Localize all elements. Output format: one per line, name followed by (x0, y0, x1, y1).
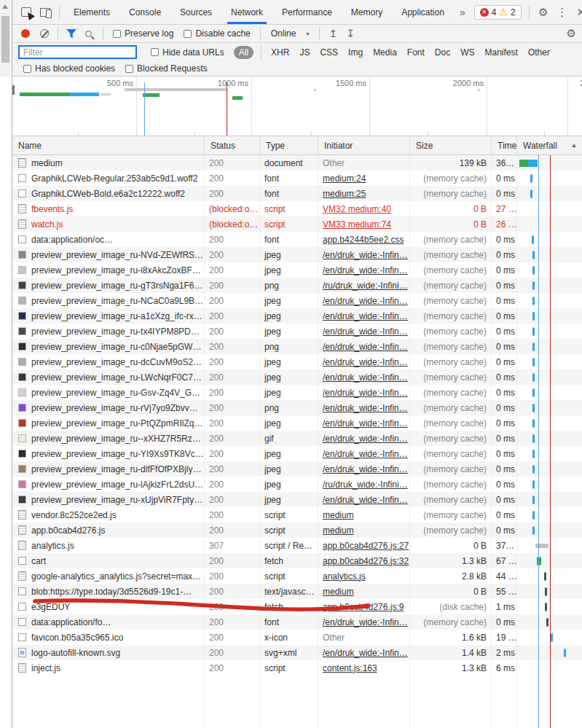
column-header-waterfall[interactable]: Waterfall▲ (517, 136, 582, 154)
table-row[interactable]: GraphikLCWeb-Regular.253ab5c9d1.woff2200… (12, 171, 582, 186)
tab-application[interactable]: Application (392, 0, 454, 24)
filter-input[interactable] (18, 45, 137, 59)
table-row[interactable]: google-analytics_analytics.js?secret=max… (12, 568, 582, 584)
table-row[interactable]: medium200documentOther139 kB36… (12, 155, 582, 171)
filter-type-font[interactable]: Font (402, 47, 430, 58)
request-initiator[interactable]: /en/druk_wide:-Infin… (323, 418, 408, 428)
column-header-type[interactable]: Type (260, 136, 318, 154)
table-row[interactable]: preview_preview_image_ru-YI9Xs9TK8Vc…200… (12, 446, 582, 461)
table-row[interactable]: preview_preview_image_ru-gT3rsNga1F6…200… (12, 278, 582, 293)
table-row[interactable]: preview_preview_image_ru-NCaC0a9L9B…200j… (12, 293, 582, 308)
table-row[interactable]: data:application/fo…200font/en/druk_wide… (12, 614, 582, 630)
table-row[interactable]: fbevents.js(blocked:o…scriptVM32 medium:… (12, 201, 582, 216)
request-initiator[interactable]: /ru/druk_wide:-Infini… (323, 480, 408, 490)
search-icon[interactable] (85, 31, 92, 37)
table-row[interactable]: preview_preview_image_ru-LWcNqrF0C7…200j… (12, 369, 582, 385)
table-row[interactable]: analytics.js307script / Re…app.b0cab4d27… (12, 538, 582, 553)
device-toolbar-icon[interactable] (36, 3, 55, 22)
filter-type-css[interactable]: CSS (315, 47, 343, 58)
table-row[interactable]: preview_preview_image_ru-PtQZpmRIlZq…200… (12, 415, 582, 431)
page-scrollbar[interactable] (0, 0, 11, 728)
request-initiator[interactable]: app.b0cab4d276.js:27 (323, 541, 409, 551)
table-row[interactable]: preview_preview_image_ru-dcCuvM9oS2…200j… (12, 354, 582, 369)
request-initiator[interactable]: /en/druk_wide:-Infin… (323, 495, 408, 505)
hide-data-urls-checkbox[interactable]: Hide data URLs (151, 47, 224, 58)
table-row[interactable]: GraphikLCWeb-Bold.e6a2c12222.woff2200fon… (12, 186, 582, 201)
request-initiator[interactable]: /en/druk_wide:-Infin… (323, 449, 408, 459)
request-initiator[interactable]: /en/druk_wide:-Infin… (323, 388, 408, 398)
export-har-icon[interactable]: ↧ (346, 28, 355, 39)
request-initiator[interactable]: analytics.js (323, 571, 366, 582)
request-initiator[interactable]: /en/druk_wide:-Infin… (323, 250, 408, 260)
table-row[interactable]: preview_preview_image_ru-i8xAkcZoxBF…200… (12, 262, 582, 278)
request-initiator[interactable]: /en/druk_wide:-Infin… (323, 311, 408, 321)
throttling-dropdown[interactable]: Online ▾ (271, 28, 310, 39)
overview-timeline[interactable]: 500 ms1000 ms1500 ms2000 ms2500 (12, 77, 582, 136)
request-initiator[interactable]: medium (323, 510, 354, 520)
table-row[interactable]: preview_preview_image_ru-xUjpViR7Fpty…20… (12, 492, 582, 507)
import-har-icon[interactable]: ↥ (329, 28, 337, 39)
inspect-element-icon[interactable] (17, 3, 36, 22)
table-row[interactable]: preview_preview_image_ru-Gsv-Zq4V_G…200j… (12, 385, 582, 400)
table-row[interactable]: preview_preview_image_ru-tx4IYPM8PD…200j… (12, 324, 582, 339)
tab-network[interactable]: Network (221, 0, 272, 24)
request-initiator[interactable]: /en/druk_wide:-Infin… (323, 434, 408, 444)
filter-type-manifest[interactable]: Manifest (480, 47, 523, 58)
tab-elements[interactable]: Elements (64, 0, 119, 24)
tab-console[interactable]: Console (119, 0, 170, 24)
table-row[interactable]: preview_preview_image_ru-rVj7yo9Zbvv…200… (12, 400, 582, 415)
column-header-name[interactable]: Name (12, 136, 205, 154)
table-row[interactable]: Dlogo-autofill-known.svg200svg+xml/en/dr… (12, 645, 582, 660)
request-initiator[interactable]: /en/druk_wide:-Infin… (323, 357, 408, 367)
column-header-initiator[interactable]: Initiator (318, 136, 410, 154)
request-initiator[interactable]: VM33 medium:74 (323, 219, 391, 230)
table-row[interactable]: app.b0cab4d276.js200scriptmedium(memory … (12, 522, 582, 538)
disable-cache-checkbox[interactable]: Disable cache (184, 28, 250, 39)
filter-funnel-icon[interactable] (66, 29, 76, 39)
table-row[interactable]: vendor.8c252ce2ed.js200scriptmedium(memo… (12, 507, 582, 522)
request-initiator[interactable]: medium:25 (323, 189, 366, 199)
network-settings-gear-icon[interactable]: ⚙ (567, 27, 576, 40)
table-row[interactable]: favicon.b05a35c965.ico200x-iconOther1.6 … (12, 630, 582, 645)
request-initiator[interactable]: medium:24 (323, 173, 366, 184)
request-initiator[interactable]: /en/druk_wide:-Infin… (323, 326, 408, 337)
has-blocked-cookies-checkbox[interactable]: Has blocked cookies (23, 63, 115, 74)
more-tabs-icon[interactable]: » (454, 7, 471, 18)
filter-type-all[interactable]: All (234, 46, 253, 59)
console-issues-badge[interactable]: ✕ 4 ⚠ 2 (474, 5, 522, 20)
column-header-status[interactable]: Status (205, 136, 260, 154)
table-row[interactable]: e3gEDUY200fetchapp.b0cab4d276.js:9(disk … (12, 599, 582, 614)
request-initiator[interactable]: content.js:163 (323, 663, 377, 673)
tab-memory[interactable]: Memory (342, 0, 392, 24)
request-initiator[interactable]: /en/druk_wide:-Infin… (323, 372, 408, 383)
kebab-menu-icon[interactable]: ⋮ (553, 3, 572, 22)
overview-handle[interactable] (12, 85, 15, 95)
blocked-requests-checkbox[interactable]: Blocked Requests (125, 63, 208, 74)
request-initiator[interactable]: VM32 medium:40 (323, 204, 391, 214)
table-row[interactable]: preview_preview_image_ru-dlfFfOfPXBjly…2… (12, 461, 582, 477)
tab-performance[interactable]: Performance (272, 0, 342, 24)
tab-sources[interactable]: Sources (170, 0, 221, 24)
request-initiator[interactable]: /en/druk_wide:-Infin… (323, 403, 408, 413)
settings-gear-icon[interactable]: ⚙ (534, 3, 553, 22)
filter-type-doc[interactable]: Doc (430, 47, 455, 58)
filter-type-media[interactable]: Media (368, 47, 402, 58)
table-row[interactable]: inject.js200scriptcontent.js:1631.3 kB6 … (12, 660, 582, 676)
request-initiator[interactable]: medium (323, 525, 354, 536)
table-row[interactable]: preview_preview_image_ru-a1cXzg_ifc-rx…2… (12, 308, 582, 324)
request-initiator[interactable]: /en/druk_wide:-Infin… (323, 342, 408, 352)
request-initiator[interactable]: /en/druk_wide:-Infin… (323, 648, 408, 658)
record-network-log-icon[interactable] (21, 29, 30, 38)
table-row[interactable]: blob:https://type.today/3d5526d9-19c1-…2… (12, 584, 582, 599)
table-row[interactable]: watch.js(blocked:o…scriptVM33 medium:740… (12, 216, 582, 232)
table-row[interactable]: preview_preview_image_ru-NVd-ZEWfRS…200j… (12, 247, 582, 262)
table-row[interactable]: preview_preview_image_ru-lAjkizFrL2dsU…2… (12, 477, 582, 492)
column-header-time[interactable]: Time (492, 136, 517, 154)
table-row[interactable]: preview_preview_image_ru-c0Njae5pGW…200p… (12, 339, 582, 354)
request-initiator[interactable]: /en/druk_wide:-Infin… (323, 464, 408, 474)
filter-type-xhr[interactable]: XHR (266, 47, 294, 58)
request-initiator[interactable]: medium (323, 587, 354, 597)
request-initiator[interactable]: app.b0cab4d276.js:32 (323, 556, 409, 566)
request-initiator[interactable]: app.b0cab4d276.js:9 (323, 602, 404, 612)
table-row[interactable]: preview_preview_image_ru--xXHZ7R5Rz…200g… (12, 431, 582, 446)
